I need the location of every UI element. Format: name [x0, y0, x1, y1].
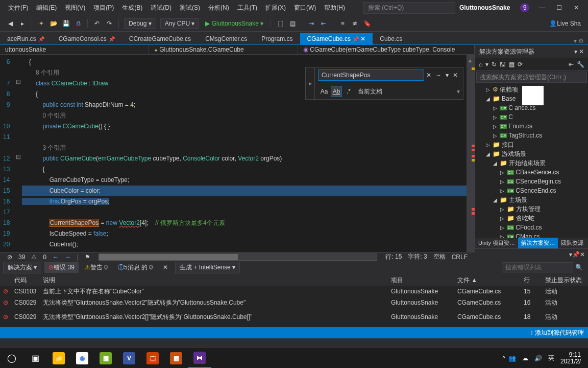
- start-button[interactable]: ◯: [0, 348, 23, 369]
- maximize-button[interactable]: ☐: [552, 4, 567, 11]
- source-control[interactable]: ↑ 添加到源代码管理: [530, 329, 584, 337]
- tree-node[interactable]: ▷C#CSenceEnd.cs: [475, 186, 588, 195]
- comment-icon[interactable]: ≡: [337, 20, 348, 27]
- tree-node[interactable]: ◢📁主场景: [475, 195, 588, 204]
- bookmark-icon[interactable]: 🔖: [362, 20, 372, 27]
- error-table-header[interactable]: 代码说明项目文件 ▲行禁止显示状态: [0, 274, 588, 286]
- code-lens[interactable]: 0 个引用: [42, 112, 66, 119]
- file-explorer-icon[interactable]: 📁: [47, 348, 70, 369]
- show-all-icon[interactable]: ▦: [509, 61, 514, 68]
- open-icon[interactable]: 📂: [48, 20, 59, 27]
- eol-mode[interactable]: CRLF: [452, 254, 468, 261]
- tray-expand-icon[interactable]: ^: [502, 355, 505, 362]
- notification-badge[interactable]: 9: [520, 3, 529, 12]
- find-input[interactable]: [318, 70, 424, 81]
- clock-time[interactable]: 9:11: [560, 352, 581, 358]
- tray-people-icon[interactable]: 👥: [508, 355, 516, 362]
- warnings-filter[interactable]: ⚠ 警告 0: [81, 262, 112, 273]
- collapse-icon[interactable]: ⇤: [569, 61, 574, 68]
- menu-analyze[interactable]: 分析(N): [204, 2, 233, 14]
- flag-icon[interactable]: ⚑: [85, 254, 90, 261]
- undo-icon[interactable]: ↶: [92, 20, 102, 27]
- find-clear-icon[interactable]: ✕: [426, 72, 431, 79]
- tool-icon-2[interactable]: ▤: [287, 20, 298, 27]
- fold-icon[interactable]: ⊟: [15, 76, 22, 87]
- tab-gear-icon[interactable]: ⚙: [578, 37, 584, 44]
- sol-tab-unity[interactable]: Unity 项目资…: [475, 238, 518, 248]
- errors-filter[interactable]: ⊘ 错误 39: [44, 262, 79, 273]
- menu-debug[interactable]: 调试(D): [146, 2, 176, 14]
- tree-node[interactable]: ◢📁开始结束场景: [475, 158, 588, 168]
- minimize-button[interactable]: —: [534, 4, 550, 11]
- tool-icon-1[interactable]: ⬚: [275, 20, 285, 27]
- app-icon-green[interactable]: ▦: [94, 348, 117, 369]
- find-close-icon[interactable]: ✕: [453, 72, 458, 79]
- code-lens[interactable]: 3 个引用: [42, 144, 66, 151]
- solution-search[interactable]: 搜索解决方案资源管理器(Ctrl+;): [476, 72, 587, 83]
- warning-count-icon[interactable]: ⚠: [31, 254, 37, 261]
- error-row[interactable]: ⊘CS0029无法将类型"GluttonousSnake.Vector2[]"隐…: [0, 308, 588, 326]
- tray-onedrive-icon[interactable]: ☁: [522, 355, 528, 362]
- menu-test[interactable]: 测试(S): [176, 2, 204, 14]
- run-button[interactable]: ▶ GluttonousSnake ▾: [205, 20, 263, 27]
- panel-dropdown-icon[interactable]: ▾: [574, 48, 577, 55]
- panel-close-icon[interactable]: ✕: [580, 251, 585, 258]
- panel-close-icon[interactable]: ✕: [579, 48, 584, 55]
- indent-mode[interactable]: 空格: [433, 252, 446, 261]
- tab-gameconsol[interactable]: CGameConsol.cs📌: [52, 33, 122, 44]
- new-project-icon[interactable]: ✦: [36, 20, 46, 27]
- tree-node[interactable]: ▷📁贪吃蛇: [475, 214, 588, 223]
- pin-icon[interactable]: 📌: [38, 36, 44, 42]
- tree-node[interactable]: ▷C#CMap.cs: [475, 232, 588, 238]
- nav-fwd-icon[interactable]: ▸: [17, 20, 28, 27]
- save-icon[interactable]: 💾: [61, 20, 71, 27]
- nav-member[interactable]: ◉ CGameCube(emGameCubeType cubeType, Con…: [298, 45, 475, 54]
- save-icon[interactable]: 🖫: [500, 61, 506, 68]
- config-dropdown[interactable]: Debug ▾: [124, 18, 156, 29]
- tree-node[interactable]: ▷C#TagStruct.cs: [475, 131, 588, 140]
- error-row[interactable]: ⊘CS0019运算符"+"无法应用于"Cube[]"和"Vector2"类型的操…: [0, 326, 588, 327]
- properties-icon[interactable]: 🔧: [577, 61, 584, 68]
- step-icon-1[interactable]: ⇥: [306, 20, 316, 27]
- menu-help[interactable]: 帮助(H): [320, 2, 349, 14]
- tray-volume-icon[interactable]: 🔊: [534, 355, 542, 362]
- scope-filter[interactable]: 解决方案 ▾: [3, 262, 41, 273]
- close-button[interactable]: ✕: [569, 4, 584, 11]
- whole-word-icon[interactable]: Ab: [331, 86, 342, 97]
- live-share[interactable]: 👤 Live Sha: [546, 20, 584, 27]
- tree-node[interactable]: ▷C#CFood.cs: [475, 223, 588, 232]
- tree-node[interactable]: ▷C#C: [475, 112, 588, 122]
- nav-back-icon[interactable]: ◀: [5, 20, 15, 27]
- menu-project[interactable]: 项目(P): [89, 2, 118, 14]
- tree-node[interactable]: ◢📁游戏场景: [475, 149, 588, 158]
- menu-edit[interactable]: 编辑(E): [32, 2, 61, 14]
- error-row[interactable]: ⊘CS0103当前上下文中不存在名称"CubeColor"GluttonousS…: [0, 286, 588, 297]
- tray-ime[interactable]: 英: [548, 354, 554, 362]
- sol-tab-solution[interactable]: 解决方案资…: [518, 238, 558, 248]
- nav-next-icon[interactable]: →: [65, 254, 71, 261]
- code-lens[interactable]: 8 个引用: [36, 69, 59, 76]
- fold-icon[interactable]: ⊟: [15, 151, 22, 162]
- tree-node[interactable]: ▷📁方块管理: [475, 204, 588, 214]
- error-search[interactable]: [502, 262, 573, 272]
- platform-dropdown[interactable]: Any CPU ▾: [160, 18, 200, 29]
- task-view-icon[interactable]: ▣: [23, 348, 47, 369]
- error-row[interactable]: ⊘CS0029无法将类型"GluttonousSnake.Vector2"隐式转…: [0, 297, 588, 308]
- uncomment-icon[interactable]: ≢: [350, 20, 360, 27]
- menu-extensions[interactable]: 扩展(X): [261, 2, 290, 14]
- tree-node[interactable]: ▷C#CSenceBegin.cs: [475, 177, 588, 186]
- chrome-icon[interactable]: ◉: [70, 348, 94, 369]
- tab-close-icon[interactable]: ✕: [360, 35, 365, 42]
- sol-tab-team[interactable]: 团队资源: [558, 238, 586, 248]
- nav-project[interactable]: uttonousSnake: [0, 45, 149, 54]
- redo-icon[interactable]: ↷: [104, 20, 114, 27]
- match-case-icon[interactable]: Aa: [318, 86, 330, 97]
- menu-window[interactable]: 窗口(W): [290, 2, 320, 14]
- menu-build[interactable]: 生成(B): [118, 2, 146, 14]
- app-icon-red[interactable]: ⬚: [141, 348, 164, 369]
- pin-icon[interactable]: 📌: [109, 36, 115, 42]
- build-filter[interactable]: 生成 + IntelliSense ▾: [175, 262, 240, 273]
- refresh-icon[interactable]: ⟳: [518, 61, 523, 68]
- tab-dropdown-icon[interactable]: ▾: [574, 37, 577, 44]
- find-scope[interactable]: 当前文档: [358, 87, 382, 96]
